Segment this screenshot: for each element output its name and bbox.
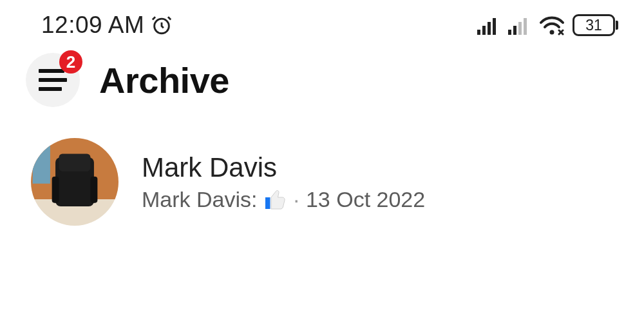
svg-rect-7 — [518, 22, 522, 35]
svg-rect-1 — [477, 30, 480, 35]
svg-rect-8 — [524, 18, 527, 35]
item-subtitle: Mark Davis: · 13 Oct 2022 — [142, 187, 425, 212]
status-bar: 12:09 AM — [0, 0, 644, 45]
separator: · — [293, 187, 299, 212]
wifi-icon — [539, 15, 565, 35]
svg-rect-14 — [59, 153, 91, 171]
item-sub-prefix: Mark Davis: — [142, 187, 257, 212]
status-time: 12:09 AM — [41, 12, 144, 39]
svg-rect-6 — [513, 26, 516, 35]
battery-level: 31 — [585, 17, 602, 34]
menu-button[interactable]: 2 — [26, 53, 80, 107]
header: 2 Archive — [0, 45, 644, 107]
svg-rect-2 — [482, 26, 486, 35]
svg-rect-4 — [493, 18, 496, 35]
page-title: Archive — [99, 59, 229, 101]
hamburger-icon — [39, 69, 67, 91]
battery-icon: 31 — [573, 14, 618, 36]
svg-rect-5 — [508, 30, 511, 35]
item-text: Mark Davis Mark Davis: · 13 Oct 2022 — [142, 152, 425, 212]
status-right: 31 — [477, 14, 618, 36]
signal-1-icon — [477, 15, 500, 35]
archive-item[interactable]: Mark Davis Mark Davis: · 13 Oct 2022 — [0, 107, 644, 226]
svg-point-9 — [550, 30, 554, 35]
notification-badge: 2 — [59, 50, 82, 74]
signal-2-icon — [508, 15, 531, 35]
thumbs-up-icon — [263, 188, 287, 211]
svg-rect-17 — [265, 197, 270, 209]
svg-rect-15 — [52, 177, 59, 203]
avatar — [31, 138, 118, 226]
svg-rect-12 — [33, 140, 50, 184]
svg-rect-3 — [488, 22, 491, 35]
item-date: 13 Oct 2022 — [306, 187, 425, 212]
alarm-icon — [151, 14, 173, 36]
svg-rect-16 — [90, 177, 97, 203]
item-name: Mark Davis — [142, 152, 425, 183]
status-left: 12:09 AM — [41, 12, 173, 39]
